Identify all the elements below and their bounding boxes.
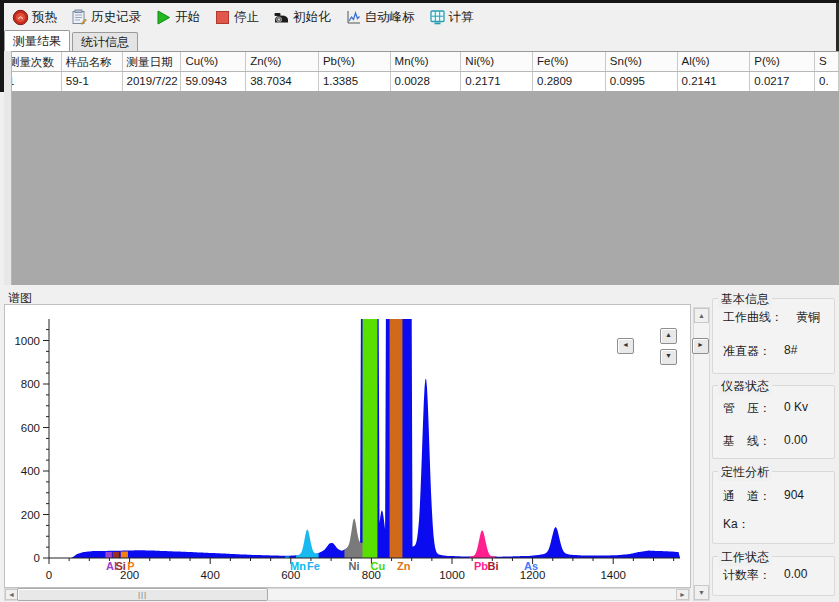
element-label-P: P bbox=[127, 560, 134, 572]
column-header[interactable]: Ni(%) bbox=[461, 52, 533, 71]
column-header[interactable]: Cu(%) bbox=[181, 52, 246, 71]
table-cell: 0.0995 bbox=[606, 72, 678, 91]
y-tick-label: 1000 bbox=[14, 335, 40, 347]
toolbar-button-stop[interactable]: 停止 bbox=[209, 6, 266, 29]
info-item-label: Ka： bbox=[723, 516, 750, 533]
pan-up-button[interactable]: ▲ bbox=[660, 328, 677, 344]
tab-bar: 测量结果统计信息 bbox=[4, 32, 836, 51]
scroll-right-icon: ► bbox=[679, 591, 686, 598]
info-item-value: 904 bbox=[784, 488, 804, 505]
history-icon bbox=[71, 9, 88, 26]
column-header[interactable]: S bbox=[815, 52, 839, 71]
scroll-down-button[interactable]: ▼ bbox=[694, 585, 709, 600]
table-row-header-strip bbox=[4, 51, 12, 285]
stop-icon bbox=[214, 9, 231, 26]
toolbar-button-label: 初始化 bbox=[293, 9, 331, 26]
group-basic-info: 基本信息工作曲线：黄铜准直器：8# bbox=[712, 298, 835, 374]
info-item-label: 基 线： bbox=[723, 433, 771, 450]
table-cell: 1.3385 bbox=[319, 72, 391, 91]
marker-bar-P bbox=[121, 551, 128, 558]
table-header-row: 测量次数样品名称测量日期Cu(%)Zn(%)Pb(%)Mn(%)Ni(%)Fe(… bbox=[4, 52, 839, 72]
info-item-value: 8# bbox=[784, 343, 797, 360]
info-item-label: 工作曲线： bbox=[723, 309, 783, 326]
group-instrument-status: 仪器状态管 压：0 Kv基 线：0.00 bbox=[712, 385, 835, 459]
toolbar-button-start[interactable]: 开始 bbox=[150, 6, 207, 29]
toolbar-button-label: 自动峰标 bbox=[365, 9, 415, 26]
preheat-icon bbox=[12, 9, 29, 26]
element-label-Cu: Cu bbox=[371, 560, 386, 572]
pan-up-icon: ▲ bbox=[665, 331, 672, 338]
element-label-Si: Si bbox=[116, 560, 126, 572]
marker-bar-Si bbox=[113, 552, 119, 558]
column-header[interactable]: 测量日期 bbox=[123, 52, 182, 71]
group-title: 定性分析 bbox=[718, 464, 772, 481]
tab-measure-results[interactable]: 测量结果 bbox=[4, 30, 70, 51]
toolbar-button-label: 开始 bbox=[175, 9, 200, 26]
roi-bar-Cu bbox=[363, 319, 378, 558]
column-header[interactable]: Sn(%) bbox=[606, 52, 678, 71]
info-item-label: 管 压： bbox=[723, 400, 771, 417]
table-cell: 0.2809 bbox=[533, 72, 606, 91]
spectrum-chart-panel: 0200400600800100002004006008001000120014… bbox=[4, 304, 691, 588]
pan-down-icon: ▼ bbox=[665, 352, 672, 359]
table-row[interactable]: 159-12019/7/2259.094338.70341.33850.0028… bbox=[4, 72, 839, 92]
y-tick-label: 200 bbox=[21, 509, 40, 521]
column-header[interactable]: 测量次数 bbox=[4, 52, 62, 71]
toolbar-button-preheat[interactable]: 预热 bbox=[7, 6, 64, 29]
column-header[interactable]: Mn(%) bbox=[391, 52, 462, 71]
scroll-right-button[interactable]: ► bbox=[676, 589, 689, 600]
info-item: 管 压：0 Kv bbox=[723, 400, 808, 417]
group-work-status: 工作状态计数率：0.00 bbox=[712, 556, 835, 596]
group-title: 基本信息 bbox=[718, 291, 772, 308]
pan-right-icon: ► bbox=[697, 341, 704, 348]
tab-statistics[interactable]: 统计信息 bbox=[72, 32, 138, 51]
element-label-Fe: Fe bbox=[307, 560, 320, 572]
toolbar-button-label: 停止 bbox=[234, 9, 259, 26]
column-header[interactable]: Zn(%) bbox=[246, 52, 319, 71]
info-item: Ka： bbox=[723, 516, 763, 533]
scroll-left-icon: ◄ bbox=[8, 591, 15, 598]
toolbar-button-label: 计算 bbox=[449, 9, 474, 26]
marker-bar-Al bbox=[105, 552, 111, 558]
roi-bar-Zn bbox=[390, 319, 403, 558]
element-label-As: As bbox=[524, 560, 538, 572]
x-tick-label: 400 bbox=[201, 569, 220, 581]
x-tick-label: 1400 bbox=[600, 569, 626, 581]
table-cell: 0.2171 bbox=[461, 72, 533, 91]
info-item: 准直器：8# bbox=[723, 343, 797, 360]
table-cell: 59-1 bbox=[62, 72, 123, 91]
calculate-icon bbox=[429, 9, 446, 26]
info-item: 计数率：0.00 bbox=[723, 567, 807, 584]
info-item-value: 0 Kv bbox=[784, 400, 808, 417]
scroll-up-button[interactable]: ▲ bbox=[694, 308, 709, 323]
group-title: 仪器状态 bbox=[718, 378, 772, 395]
pan-right-button[interactable]: ► bbox=[692, 338, 709, 354]
column-header[interactable]: Fe(%) bbox=[533, 52, 606, 71]
group-title: 工作状态 bbox=[718, 549, 772, 566]
spectrum-plot[interactable]: 0200400600800100002004006008001000120014… bbox=[5, 305, 690, 587]
peak-Fe bbox=[296, 530, 319, 558]
toolbar-button-label: 历史记录 bbox=[91, 9, 141, 26]
thumb-grip-icon: ||| bbox=[138, 590, 147, 599]
results-table: 测量次数样品名称测量日期Cu(%)Zn(%)Pb(%)Mn(%)Ni(%)Fe(… bbox=[4, 51, 839, 92]
horizontal-scrollbar-thumb[interactable]: ||| bbox=[17, 588, 268, 601]
pan-down-button[interactable]: ▼ bbox=[660, 349, 677, 365]
toolbar-button-auto-peak[interactable]: 自动峰标 bbox=[340, 6, 422, 29]
element-label-Mn: Mn bbox=[290, 560, 306, 572]
element-label-Bi: Bi bbox=[488, 560, 499, 572]
pan-left-button[interactable]: ◄ bbox=[617, 338, 634, 354]
info-item: 基 线：0.00 bbox=[723, 433, 807, 450]
auto-peak-icon bbox=[345, 9, 362, 26]
toolbar-button-initialize[interactable]: 初始化 bbox=[268, 6, 338, 29]
column-header[interactable]: Pb(%) bbox=[319, 52, 391, 71]
y-tick-label: 0 bbox=[34, 552, 40, 564]
toolbar-button-calculate[interactable]: 计算 bbox=[424, 6, 481, 29]
y-tick-label: 600 bbox=[21, 422, 40, 434]
info-item-label: 准直器： bbox=[723, 343, 771, 360]
column-header[interactable]: P(%) bbox=[750, 52, 815, 71]
scroll-down-icon: ▼ bbox=[698, 589, 705, 596]
column-header[interactable]: Al(%) bbox=[678, 52, 751, 71]
y-tick-label: 400 bbox=[21, 465, 40, 477]
column-header[interactable]: 样品名称 bbox=[62, 52, 123, 71]
toolbar-button-history[interactable]: 历史记录 bbox=[66, 6, 148, 29]
